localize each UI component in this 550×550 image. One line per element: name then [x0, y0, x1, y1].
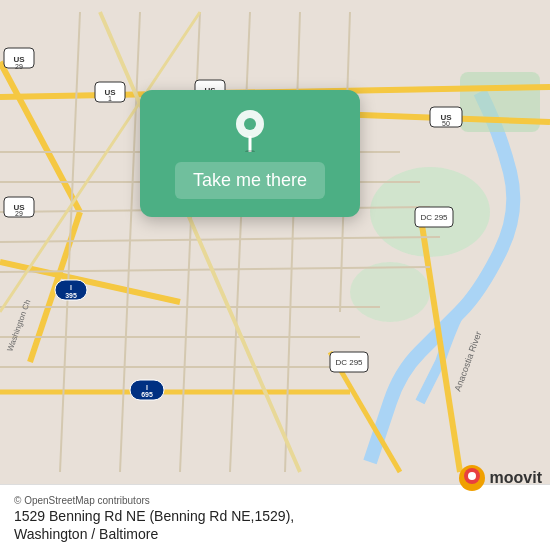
svg-point-2	[350, 262, 430, 322]
svg-text:I: I	[146, 384, 148, 391]
map-area: US 29 US 29 US 1 US 1 US 50 I 395 I 695	[0, 0, 550, 484]
svg-point-56	[244, 118, 256, 130]
svg-text:50: 50	[442, 120, 450, 127]
svg-text:I: I	[70, 284, 72, 291]
location-card: Take me there	[140, 90, 360, 217]
svg-text:1: 1	[108, 95, 112, 102]
svg-text:DC 295: DC 295	[335, 358, 363, 367]
moovit-branding: moovit	[458, 464, 542, 492]
svg-text:DC 295: DC 295	[420, 213, 448, 222]
moovit-label: moovit	[490, 469, 542, 487]
svg-text:695: 695	[141, 391, 153, 398]
svg-text:29: 29	[15, 210, 23, 217]
svg-point-57	[245, 150, 255, 152]
app-container: US 29 US 29 US 1 US 1 US 50 I 395 I 695	[0, 0, 550, 550]
osm-attribution: © OpenStreetMap contributors	[14, 495, 536, 506]
svg-text:395: 395	[65, 292, 77, 299]
svg-point-60	[468, 472, 476, 480]
bottom-bar: © OpenStreetMap contributors 1529 Bennin…	[0, 484, 550, 550]
map-pin-icon	[228, 108, 272, 152]
moovit-icon	[458, 464, 486, 492]
svg-text:29: 29	[15, 63, 23, 70]
map-svg: US 29 US 29 US 1 US 1 US 50 I 395 I 695	[0, 0, 550, 484]
address-line: 1529 Benning Rd NE (Benning Rd NE,1529),	[14, 508, 536, 524]
city-line: Washington / Baltimore	[14, 526, 158, 542]
take-me-there-button[interactable]: Take me there	[175, 162, 325, 199]
